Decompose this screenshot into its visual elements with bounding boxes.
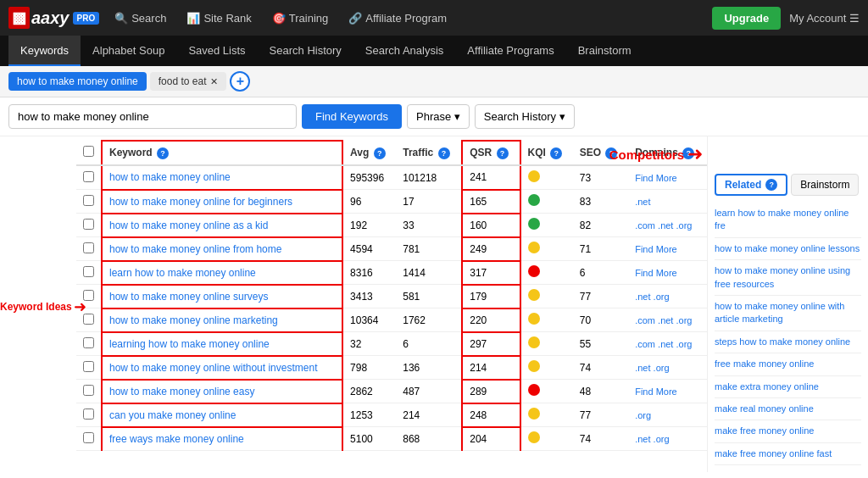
traffic-cell: 1762: [396, 308, 462, 332]
site-rank-icon: 📊: [186, 12, 200, 25]
search-input[interactable]: [8, 104, 297, 129]
nav-search[interactable]: 🔍 Search: [104, 0, 176, 36]
keyword-cell[interactable]: free ways make money online: [102, 427, 342, 451]
nav-affiliate[interactable]: 🔗 Affiliate Program: [338, 0, 457, 36]
row-checkbox[interactable]: [83, 385, 94, 396]
row-checkbox[interactable]: [83, 432, 94, 443]
row-checkbox[interactable]: [83, 171, 94, 182]
related-item[interactable]: make real money online: [715, 398, 861, 420]
qsr-cell: 248: [462, 403, 520, 427]
keyword-cell[interactable]: how to make money online: [102, 165, 342, 190]
qsr-info-icon[interactable]: ?: [497, 147, 509, 159]
table-row: how to make money online surveys34135811…: [76, 285, 707, 308]
kqi-info-icon[interactable]: ?: [550, 147, 562, 159]
table-row: how to make money online5953961012182417…: [76, 165, 707, 190]
tab-close-icon[interactable]: ✕: [210, 76, 218, 87]
keyword-cell[interactable]: how to make money online easy: [102, 380, 342, 403]
nav-search-analysis[interactable]: Search Analysis: [353, 36, 456, 66]
domains-cell: .net .org: [628, 285, 707, 308]
search-history-dropdown-button[interactable]: Search History ▾: [475, 104, 575, 129]
seo-cell: 71: [573, 237, 628, 261]
row-checkbox[interactable]: [83, 219, 94, 230]
keyword-info-icon[interactable]: ?: [157, 147, 169, 159]
nav-site-rank[interactable]: 📊 Site Rank: [176, 0, 261, 36]
kqi-cell: [520, 237, 573, 261]
arrow-right-icon: ➜: [687, 143, 703, 165]
related-item[interactable]: make extra money online: [715, 376, 861, 398]
keyword-cell[interactable]: learning how to make money online: [102, 332, 342, 356]
kqi-dot-icon: [528, 242, 540, 253]
keyword-cell[interactable]: how to make money online without investm…: [102, 356, 342, 380]
traffic-cell: 581: [396, 285, 462, 308]
keyword-cell[interactable]: how to make money online as a kid: [102, 214, 342, 237]
row-checkbox[interactable]: [83, 337, 94, 348]
affiliate-icon: 🔗: [348, 12, 362, 25]
logo[interactable]: ▩ aaxy PRO: [8, 7, 99, 29]
nav-keywords[interactable]: Keywords: [8, 36, 81, 66]
keyword-ideas-section: Keyword Ideas ➜: [0, 297, 86, 316]
domains-cell[interactable]: Find More: [628, 380, 707, 403]
kqi-cell: [520, 332, 573, 356]
keyword-cell[interactable]: how to make money online from home: [102, 237, 342, 261]
keyword-cell[interactable]: how to make money online for beginners: [102, 190, 342, 214]
avg-info-icon[interactable]: ?: [374, 147, 386, 159]
keyword-cell[interactable]: can you make money online: [102, 403, 342, 427]
domains-cell[interactable]: Find More: [628, 261, 707, 285]
related-item[interactable]: make free money online fast: [715, 443, 861, 465]
related-item[interactable]: how to make money online using free reso…: [715, 260, 861, 296]
my-account[interactable]: My Account ☰: [789, 12, 860, 25]
related-item[interactable]: steps how to make money online: [715, 331, 861, 353]
table-area: Keyword Ideas ➜ Keyword ? Avg ?: [0, 136, 707, 472]
table-row: how to make money online without investm…: [76, 356, 707, 380]
nav-training[interactable]: 🎯 Training: [262, 0, 338, 36]
related-info-icon[interactable]: ?: [765, 179, 777, 191]
related-item[interactable]: make free money online: [715, 420, 861, 442]
kqi-dot-icon: [528, 313, 540, 325]
traffic-cell: 214: [396, 403, 462, 427]
sidebar-tab-related[interactable]: Related ?: [715, 174, 787, 196]
row-checkbox-cell: [76, 237, 102, 261]
select-all-checkbox[interactable]: [83, 146, 94, 157]
keyword-cell[interactable]: how to make money online marketing: [102, 308, 342, 332]
sidebar-tab-brainstorm[interactable]: Brainstorm: [791, 174, 859, 196]
kqi-cell: [520, 427, 573, 451]
tab-how-to-make-money[interactable]: how to make money online: [8, 72, 147, 91]
upgrade-button[interactable]: Upgrade: [712, 7, 781, 30]
qsr-cell: 249: [462, 237, 520, 261]
row-checkbox[interactable]: [83, 409, 94, 420]
row-checkbox-cell: [76, 380, 102, 403]
row-checkbox-cell: [76, 261, 102, 285]
nav-affiliate-programs[interactable]: Affiliate Programs: [455, 36, 565, 66]
related-item[interactable]: how to make money online lessons: [715, 238, 861, 260]
domains-cell: .com .net .org: [628, 214, 707, 237]
keyword-cell[interactable]: learn how to make money online: [102, 261, 342, 285]
right-sidebar: Related ? Brainstorm learn how to make m…: [707, 136, 868, 472]
add-tab-button[interactable]: +: [230, 71, 250, 92]
find-keywords-button[interactable]: Find Keywords: [302, 104, 402, 129]
nav-search-history[interactable]: Search History: [258, 36, 353, 66]
tab-food-to-eat[interactable]: food to eat ✕: [150, 72, 227, 91]
domains-cell: .com .net .org: [628, 308, 707, 332]
keyword-cell[interactable]: how to make money online surveys: [102, 285, 342, 308]
kqi-cell: [520, 308, 573, 332]
avg-header: Avg ?: [342, 141, 396, 165]
phrase-dropdown-button[interactable]: Phrase ▾: [407, 104, 470, 129]
nav-alphabet-soup[interactable]: Alphabet Soup: [81, 36, 176, 66]
row-checkbox[interactable]: [83, 361, 94, 372]
nav-saved-lists[interactable]: Saved Lists: [176, 36, 257, 66]
domains-cell[interactable]: Find More: [628, 165, 707, 190]
nav-brainstorm[interactable]: Brainstorm: [566, 36, 643, 66]
row-checkbox[interactable]: [83, 242, 94, 253]
row-checkbox[interactable]: [83, 266, 94, 277]
traffic-info-icon[interactable]: ?: [438, 147, 450, 159]
domains-cell[interactable]: Find More: [628, 237, 707, 261]
kqi-dot-icon: [528, 336, 540, 348]
keyword-ideas-label: Keyword Ideas: [0, 301, 72, 313]
table-row: how to make money online from home459478…: [76, 237, 707, 261]
row-checkbox[interactable]: [83, 195, 94, 206]
related-item[interactable]: how to make money online with article ma…: [715, 296, 861, 331]
qsr-cell: 214: [462, 356, 520, 380]
related-item[interactable]: free make money online: [715, 353, 861, 375]
related-item[interactable]: learn how to make money online fre: [715, 203, 861, 238]
table-row: how to make money online marketing103641…: [76, 308, 707, 332]
